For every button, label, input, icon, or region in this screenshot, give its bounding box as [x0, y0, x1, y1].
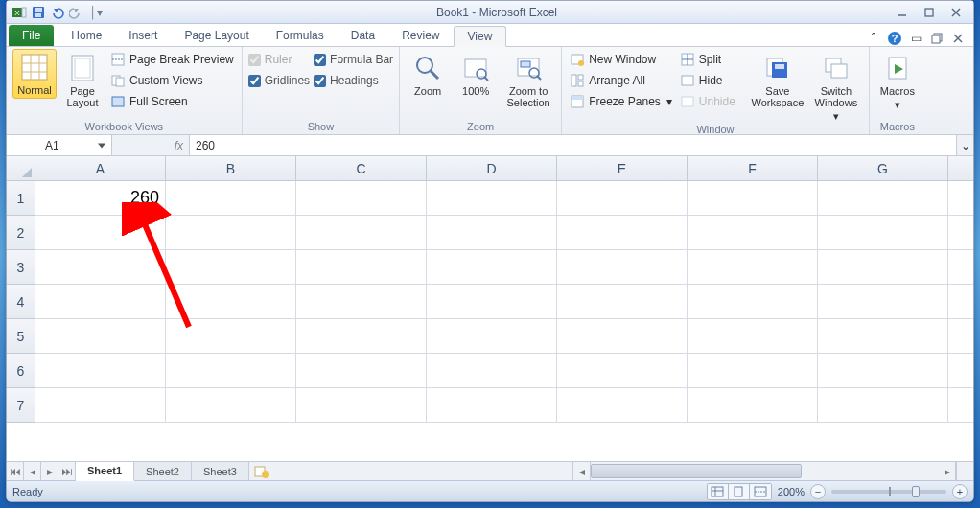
tab-formulas[interactable]: Formulas	[263, 25, 338, 46]
arrange-all-button[interactable]: Arrange All	[568, 70, 674, 91]
cell-F6[interactable]	[688, 354, 818, 388]
tab-review[interactable]: Review	[388, 25, 453, 46]
tab-view[interactable]: View	[454, 26, 507, 47]
new-sheet-icon[interactable]	[249, 462, 274, 480]
new-window-button[interactable]: New Window	[568, 49, 674, 70]
cell-A6[interactable]	[35, 354, 166, 388]
zoom-100-button[interactable]: 100%	[454, 49, 498, 97]
tab-page-layout[interactable]: Page Layout	[171, 25, 262, 46]
cell-D6[interactable]	[427, 354, 557, 388]
cell-G5[interactable]	[818, 319, 948, 354]
page-layout-button[interactable]: Page Layout	[60, 49, 105, 108]
horizontal-scrollbar[interactable]: ◂ ▸	[572, 462, 956, 480]
col-header-B[interactable]: B	[166, 156, 296, 180]
cell-G4[interactable]	[818, 285, 948, 319]
full-screen-button[interactable]: Full Screen	[108, 91, 236, 112]
tab-nav-last-icon[interactable]: ⏭	[58, 462, 76, 480]
normal-view-shortcut[interactable]	[708, 484, 729, 499]
zoom-out-button[interactable]: −	[810, 484, 826, 499]
cell-C6[interactable]	[296, 354, 427, 388]
cell-A3[interactable]	[35, 250, 166, 285]
hide-button[interactable]: Hide	[678, 70, 737, 91]
row-header-5[interactable]: 5	[7, 319, 35, 354]
cell-B3[interactable]	[166, 250, 296, 285]
cell-C4[interactable]	[296, 285, 427, 319]
cell-D3[interactable]	[427, 250, 557, 285]
doc-minimize-icon[interactable]: ▭	[908, 31, 923, 46]
cell-D7[interactable]	[427, 388, 557, 423]
zoom-slider[interactable]	[831, 490, 946, 494]
row-header-2[interactable]: 2	[7, 216, 35, 250]
cell-A1[interactable]: 260	[35, 181, 166, 216]
zoom-in-button[interactable]: +	[952, 484, 968, 499]
cell-E5[interactable]	[557, 319, 688, 354]
row-header-7[interactable]: 7	[7, 388, 35, 423]
cell-E7[interactable]	[557, 388, 688, 423]
formula-input[interactable]: 260	[189, 135, 956, 155]
freeze-panes-button[interactable]: Freeze Panes▾	[568, 91, 674, 112]
cell-C5[interactable]	[296, 319, 427, 354]
minimize-button[interactable]	[889, 4, 916, 21]
cell-C2[interactable]	[296, 216, 427, 250]
zoom-level[interactable]: 200%	[778, 486, 805, 497]
sheet-tab-1[interactable]: Sheet1	[76, 462, 134, 481]
unhide-button[interactable]: Unhide	[678, 91, 737, 112]
name-box[interactable]: A1	[7, 135, 112, 155]
fx-button[interactable]: fx	[112, 135, 189, 155]
cell-G1[interactable]	[818, 181, 948, 216]
undo-icon[interactable]	[49, 4, 66, 21]
select-all-corner[interactable]	[7, 156, 35, 180]
cell-A4[interactable]	[35, 285, 166, 319]
cell-B5[interactable]	[166, 319, 296, 354]
split-button[interactable]: Split	[678, 49, 737, 70]
cell-F5[interactable]	[688, 319, 818, 354]
cell-B6[interactable]	[166, 354, 296, 388]
save-workspace-button[interactable]: Save Workspace	[750, 49, 805, 108]
col-header-A[interactable]: A	[35, 156, 166, 180]
cell-E6[interactable]	[557, 354, 688, 388]
cell-E2[interactable]	[557, 216, 688, 250]
cell-G6[interactable]	[818, 354, 948, 388]
cell-D1[interactable]	[427, 181, 557, 216]
cell-A7[interactable]	[35, 388, 166, 423]
cell-G2[interactable]	[818, 216, 948, 250]
cell-E4[interactable]	[557, 285, 688, 319]
cell-F1[interactable]	[688, 181, 818, 216]
switch-windows-button[interactable]: Switch Windows▾	[809, 49, 863, 122]
cell-G7[interactable]	[818, 388, 948, 423]
formula-bar-checkbox[interactable]: Formula Bar	[314, 49, 393, 70]
macros-button[interactable]: Macros▾	[875, 49, 920, 110]
normal-view-button[interactable]: Normal	[12, 49, 57, 99]
doc-restore-icon[interactable]	[929, 31, 945, 46]
col-header-F[interactable]: F	[688, 156, 818, 180]
ribbon-minimize-icon[interactable]: ˆ	[866, 31, 881, 46]
close-button[interactable]	[943, 4, 969, 21]
cell-G3[interactable]	[818, 250, 948, 285]
scroll-left-icon[interactable]: ◂	[573, 462, 591, 480]
page-break-shortcut[interactable]	[750, 484, 771, 499]
cell-F2[interactable]	[688, 216, 818, 250]
cell-B1[interactable]	[166, 181, 296, 216]
cell-E3[interactable]	[557, 250, 688, 285]
qat-customize-icon[interactable]: │▾	[87, 4, 105, 21]
doc-close-icon[interactable]	[950, 31, 966, 46]
zoom-to-selection-button[interactable]: Zoom to Selection	[502, 49, 555, 108]
tab-nav-next-icon[interactable]: ▸	[41, 462, 58, 480]
col-header-D[interactable]: D	[427, 156, 557, 180]
scroll-right-icon[interactable]: ▸	[939, 462, 956, 480]
page-break-preview-button[interactable]: Page Break Preview	[108, 49, 236, 70]
ruler-checkbox[interactable]: Ruler	[248, 49, 310, 70]
cell-C7[interactable]	[296, 388, 427, 423]
row-header-3[interactable]: 3	[7, 250, 35, 285]
zoom-slider-knob[interactable]	[912, 486, 920, 497]
help-icon[interactable]: ?	[887, 31, 902, 46]
gridlines-checkbox[interactable]: Gridlines	[248, 70, 310, 91]
tab-home[interactable]: Home	[58, 25, 115, 46]
headings-checkbox[interactable]: Headings	[314, 70, 393, 91]
tab-nav-prev-icon[interactable]: ◂	[24, 462, 41, 480]
cell-A5[interactable]	[35, 319, 166, 354]
cell-F4[interactable]	[688, 285, 818, 319]
cell-B2[interactable]	[166, 216, 296, 250]
cell-F7[interactable]	[688, 388, 818, 423]
tab-data[interactable]: Data	[338, 25, 388, 46]
